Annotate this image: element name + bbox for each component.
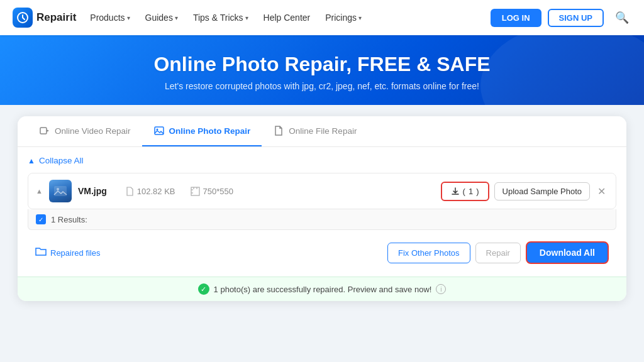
nav-helpcenter-label: Help Center <box>264 13 311 23</box>
svg-rect-7 <box>191 187 199 195</box>
svg-point-6 <box>57 188 59 190</box>
file-metadata: 102.82 KB 750*550 <box>126 187 441 196</box>
results-label: 1 Results: <box>51 215 87 224</box>
success-icon: ✓ <box>198 283 209 295</box>
footer-row: Repaired files Fix Other Photos Repair D… <box>28 236 616 270</box>
success-message: 1 photo(s) are successfully repaired. Pr… <box>214 285 432 294</box>
chevron-up-icon: ▲ <box>28 156 35 165</box>
tab-video-label: Online Video Repair <box>55 126 131 136</box>
file-repair-icon <box>273 125 284 136</box>
repaired-files-link[interactable]: Repaired files <box>35 246 387 259</box>
brand-name: Repairit <box>36 11 76 24</box>
repair-button[interactable]: Repair <box>475 243 521 263</box>
expand-icon[interactable]: ▲ <box>36 187 43 195</box>
nav-guides[interactable]: Guides ▾ <box>139 9 184 26</box>
file-name: VM.jpg <box>78 186 107 196</box>
svg-rect-3 <box>155 127 164 134</box>
file-actions: (1) Upload Sample Photo ✕ <box>441 182 608 201</box>
tab-photo-repair[interactable]: Online Photo Repair <box>142 116 262 146</box>
footer-actions: Fix Other Photos Repair Download All <box>387 241 609 264</box>
file-thumbnail <box>49 180 72 202</box>
chevron-down-icon: ▾ <box>127 14 130 21</box>
nav-products[interactable]: Products ▾ <box>84 9 136 26</box>
info-icon[interactable]: i <box>436 284 446 294</box>
nav-tips[interactable]: Tips & Tricks ▾ <box>187 9 255 26</box>
file-dimensions: 750*550 <box>191 187 233 196</box>
search-icon[interactable]: 🔍 <box>613 8 631 27</box>
file-size: 102.82 KB <box>126 187 175 196</box>
chevron-down-icon: ▾ <box>175 14 178 21</box>
nav-products-label: Products <box>90 13 125 23</box>
download-all-button[interactable]: Download All <box>526 241 609 264</box>
chevron-down-icon: ▾ <box>358 14 362 21</box>
collapse-all-button[interactable]: ▲ Collapse All <box>28 156 616 165</box>
fix-other-photos-button[interactable]: Fix Other Photos <box>387 243 470 263</box>
folder-icon <box>35 246 47 259</box>
signup-button[interactable]: SIGN UP <box>548 9 604 27</box>
nav-guides-label: Guides <box>145 13 173 23</box>
photo-repair-icon <box>153 125 165 136</box>
svg-rect-1 <box>40 128 47 134</box>
main-card: Online Video Repair Online Photo Repair … <box>18 116 626 301</box>
tab-file-label: Online File Repair <box>289 126 357 136</box>
upload-sample-button[interactable]: Upload Sample Photo <box>494 182 590 200</box>
hero-title: Online Photo Repair, FREE & SAFE <box>13 53 631 76</box>
download-count-label: ( <box>463 187 465 196</box>
file-row: ▲ VM.jpg 102.82 KB 750*550 <box>28 173 616 209</box>
hero-section: Online Photo Repair, FREE & SAFE Let's r… <box>0 35 644 105</box>
chevron-down-icon: ▾ <box>245 14 248 21</box>
logo[interactable]: Repairit <box>13 8 76 28</box>
video-repair-icon <box>39 125 50 136</box>
results-row: ✓ 1 Results: <box>28 209 616 230</box>
login-button[interactable]: LOG IN <box>491 9 541 27</box>
results-checkbox[interactable]: ✓ <box>36 214 46 224</box>
nav-pricings[interactable]: Pricings ▾ <box>319 9 368 26</box>
svg-marker-2 <box>47 129 49 132</box>
nav-pricings-label: Pricings <box>325 13 357 23</box>
tab-file-repair[interactable]: Online File Repair <box>262 116 368 146</box>
tab-photo-label: Online Photo Repair <box>169 126 251 136</box>
collapse-all-label: Collapse All <box>39 156 84 165</box>
hero-subtitle: Let's restore corrupted photos with jpg,… <box>13 81 631 91</box>
logo-icon <box>13 8 33 28</box>
success-bar: ✓ 1 photo(s) are successfully repaired. … <box>18 277 626 301</box>
repaired-files-label: Repaired files <box>50 248 101 258</box>
navbar: Repairit Products ▾ Guides ▾ Tips & Tric… <box>0 0 644 35</box>
svg-rect-5 <box>54 186 67 196</box>
tab-bar: Online Video Repair Online Photo Repair … <box>18 116 626 147</box>
download-one-button[interactable]: (1) <box>441 182 489 201</box>
tab-video-repair[interactable]: Online Video Repair <box>28 116 142 146</box>
nav-helpcenter[interactable]: Help Center <box>257 9 317 26</box>
svg-point-4 <box>156 129 158 131</box>
close-file-button[interactable]: ✕ <box>595 185 608 197</box>
nav-tips-label: Tips & Tricks <box>193 13 243 23</box>
content-area: ▲ Collapse All ▲ VM.jpg 102.82 KB 750*55… <box>18 147 626 277</box>
